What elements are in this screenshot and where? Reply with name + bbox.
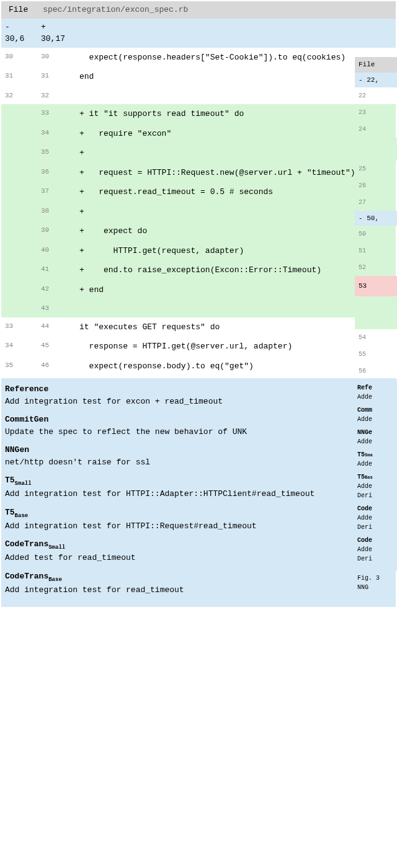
line-num-new: 40 [37, 245, 73, 255]
diff-row: 42+ end [1, 280, 396, 300]
model-output: ReferenceAdd integration test for excon … [5, 383, 392, 407]
model-text: Add integration test for excon + read_ti… [5, 396, 392, 408]
line-num-old: 30 [1, 51, 37, 62]
right-added-1 [355, 138, 397, 161]
diff-row: 35+ [1, 143, 396, 163]
code-line: + [73, 206, 396, 218]
model-summary-block: ReferenceAdd integration test for excon … [1, 378, 396, 607]
model-text: net/http doesn't raise for ssl [5, 456, 392, 469]
diff-row: 37+ request.read_timeout = 0.5 # seconds [1, 182, 396, 202]
code-line: + [73, 147, 396, 159]
model-sub: Base [15, 512, 29, 518]
model-output: NNGennet/http doesn't raise for ssl [5, 444, 392, 468]
code-line: + end [73, 284, 396, 296]
model-output: T5SmallAdd integration test for HTTPI::A… [5, 474, 392, 500]
model-name: CommitGen [5, 414, 392, 426]
right-line-num: 27 [355, 194, 397, 211]
right-line-num: 26 [355, 177, 397, 194]
line-num-new: 44 [37, 321, 73, 332]
diff-row: 41+ end.to raise_exception(Excon::Error:… [1, 260, 396, 280]
right-model-output: RefeAdde [357, 383, 395, 402]
right-line-num: 25 [355, 161, 397, 177]
code-line: + require "excon" [73, 128, 396, 140]
right-line-num: 56 [355, 363, 397, 379]
code-line: expect(response.headers["Set-Cookie"]).t… [73, 51, 396, 64]
right-removed: 53 [355, 276, 397, 296]
file-header: File spec/integration/excon_spec.rb [1, 1, 396, 19]
model-name: Reference [5, 383, 392, 396]
line-num-new: 32 [37, 91, 73, 101]
diff-row: 40+ HTTPI.get(request, adapter) [1, 241, 396, 261]
right-summary: RefeAddeCommAddeNNGeAddeT5SmaAddeT5BasAd… [355, 379, 397, 571]
model-sub: Base [48, 576, 62, 582]
right-line-num: 22 [355, 87, 397, 104]
line-num-new: 36 [37, 167, 73, 177]
model-text: Added test for read_timeout [5, 552, 392, 564]
right-line-num: 52 [355, 259, 397, 276]
right-model-output: CodeAdde Deri [357, 504, 395, 532]
code-line: + it "it supports read timeout" do [73, 108, 396, 120]
hunk-old: - 30,6 [1, 19, 37, 48]
model-name: CodeTransSmall [5, 538, 392, 552]
line-num-new: 39 [37, 225, 73, 236]
right-model-output: T5BasAdde Deri [357, 472, 395, 500]
code-line: + request = HTTPI::Request.new(@server.u… [73, 167, 396, 179]
model-text: Add integration test for HTTPI::Request#… [5, 520, 392, 533]
line-num-old: 32 [1, 91, 37, 101]
line-num-old: 34 [1, 340, 37, 351]
diff-row: 3546 expect(response.body).to eq("get") [1, 356, 396, 376]
file-label: File [1, 1, 35, 19]
right-caption: Fig. 3 NNG [355, 571, 397, 595]
diff-row: 34+ require "excon" [1, 124, 396, 144]
diff-row: 43 [1, 299, 396, 317]
diff-container: File spec/integration/excon_spec.rb - 30… [0, 0, 397, 608]
right-added-2 [355, 296, 397, 329]
line-num-new: 35 [37, 147, 73, 157]
code-line: + HTTPI.get(request, adapter) [73, 245, 396, 257]
model-output: CodeTransBaseAdd integration test for re… [5, 570, 392, 596]
model-name: NNGen [5, 444, 392, 456]
right-line-num: 54 [355, 329, 397, 346]
right-model-output: CodeAdde Deri [357, 536, 395, 564]
code-line: + request.read_timeout = 0.5 # seconds [73, 186, 396, 198]
code-line: it "executes GET requests" do [73, 321, 396, 334]
line-num-new: 41 [37, 264, 73, 275]
model-output: CommitGenUpdate the spec to reflect the … [5, 414, 392, 438]
right-fragment: File - 22, 222324 252627 - 50, 505152 53… [355, 0, 397, 595]
code-line: end [73, 71, 396, 83]
line-num-new: 37 [37, 186, 73, 197]
hunk-new: + 30,17 [37, 19, 73, 48]
right-model-output: NNGeAdde [357, 428, 395, 446]
right-file-label: File [355, 57, 397, 73]
model-name: T5Small [5, 474, 392, 488]
model-sub: Small [48, 544, 65, 551]
model-output: T5BaseAdd integration test for HTTPI::Re… [5, 507, 392, 533]
diff-row: 39+ expect do [1, 221, 396, 241]
diff-row: 3030 expect(response.headers["Set-Cookie… [1, 48, 396, 68]
right-model-output: T5SmaAdde [357, 450, 395, 469]
line-num-old: 35 [1, 360, 37, 371]
diff-row: 3131end [1, 67, 396, 87]
right-line-num: 50 [355, 226, 397, 242]
line-num-new: 43 [37, 303, 73, 314]
code-line: response = HTTPI.get(@server.url, adapte… [73, 340, 396, 353]
right-hunk-1: - 22, [355, 73, 397, 88]
diff-row: 36+ request = HTTPI::Request.new(@server… [1, 163, 396, 183]
hunk-header: - 30,6 + 30,17 [1, 19, 396, 48]
diff-body: 3030 expect(response.headers["Set-Cookie… [1, 48, 396, 376]
right-model-output: CommAdde [357, 405, 395, 424]
diff-row: 3445 response = HTTPI.get(@server.url, a… [1, 337, 396, 356]
right-hunk-2: - 50, [355, 211, 397, 226]
model-text: Add integration test for HTTPI::Adapter:… [5, 488, 392, 500]
diff-row: 38+ [1, 202, 396, 222]
code-line: expect(response.body).to eq("get") [73, 360, 396, 373]
line-num-new: 38 [37, 206, 73, 216]
line-num-old: 31 [1, 71, 37, 81]
line-num-old: 33 [1, 321, 37, 332]
right-line-num: 23 [355, 104, 397, 121]
model-text: Update the spec to reflect the new behav… [5, 426, 392, 438]
line-num-new: 34 [37, 128, 73, 138]
line-num-new: 42 [37, 284, 73, 294]
diff-row: 3232 [1, 87, 396, 105]
model-output: CodeTransSmallAdded test for read_timeou… [5, 538, 392, 564]
